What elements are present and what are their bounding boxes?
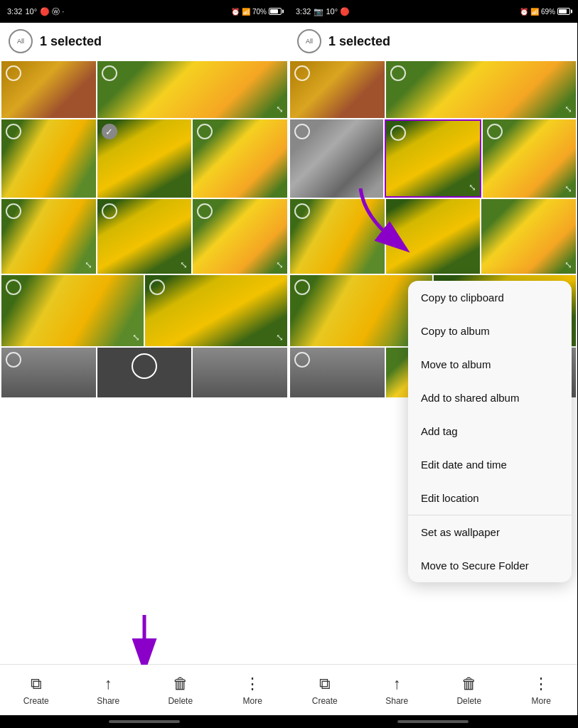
photo-cell-r1b[interactable]: ⤡ — [386, 61, 576, 118]
select-3a[interactable] — [6, 203, 21, 219]
photo-cell-1b[interactable]: ⤡ — [97, 61, 287, 118]
grid-row-2: ✓ — [1, 119, 287, 198]
more-label-left: More — [243, 696, 262, 706]
bottom-nav-right: ⧉ Create ↑ Share 🗑 Delete ⋮ More — [289, 664, 577, 715]
menu-move-album[interactable]: Move to album — [408, 348, 572, 381]
wifi-icon-r: 📶 — [530, 8, 539, 16]
grid-row-r1: ⤡ — [290, 61, 576, 118]
all-circle-right[interactable]: All — [297, 29, 321, 53]
create-icon-right: ⧉ — [319, 675, 331, 693]
expand-3c: ⤡ — [276, 259, 284, 270]
select-r1a[interactable] — [294, 65, 310, 81]
expand-3b: ⤡ — [180, 259, 188, 270]
select-3b[interactable] — [102, 203, 117, 219]
menu-set-wallpaper[interactable]: Set as wallpaper — [408, 515, 572, 549]
select-2c[interactable] — [197, 124, 213, 139]
selected-count-left: 1 selected — [40, 34, 102, 49]
photo-cell-r5a[interactable] — [290, 348, 385, 397]
photo-cell-r3a[interactable] — [290, 199, 385, 274]
temp-left: 10° — [25, 7, 37, 16]
select-2a[interactable] — [6, 124, 21, 139]
home-indicator-left — [0, 715, 289, 728]
select-r4a[interactable] — [294, 279, 310, 295]
expand-r1b: ⤡ — [564, 104, 572, 114]
photo-cell-r1a[interactable] — [290, 61, 385, 118]
nav-share-left[interactable]: ↑ Share — [83, 675, 133, 706]
menu-secure-folder[interactable]: Move to Secure Folder — [408, 549, 572, 582]
photo-cell-5a[interactable] — [1, 348, 96, 397]
context-menu: Copy to clipboard Copy to album Move to … — [408, 281, 572, 582]
nav-more-left[interactable]: ⋮ More — [228, 675, 277, 706]
selected-count-right: 1 selected — [328, 34, 390, 49]
photo-cell-r3b[interactable] — [386, 199, 481, 274]
photo-cell-3b[interactable]: ⤡ — [97, 199, 192, 274]
photo-cell-4b[interactable]: ⤡ — [145, 275, 287, 346]
select-2b[interactable]: ✓ — [102, 124, 117, 139]
select-5b-circle[interactable] — [132, 353, 157, 379]
select-5a[interactable] — [6, 352, 21, 368]
time-right: 3:32 — [296, 7, 311, 16]
expand-r3c: ⤡ — [564, 259, 572, 270]
menu-copy-album[interactable]: Copy to album — [408, 314, 572, 348]
photo-cell-4a[interactable]: ⤡ — [1, 275, 144, 346]
photo-cell-2c[interactable] — [193, 119, 287, 198]
battery-right: 69% — [541, 8, 555, 16]
photo-cell-2b[interactable]: ✓ — [97, 119, 192, 198]
menu-edit-location[interactable]: Edit location — [408, 481, 572, 515]
share-label-left: Share — [97, 696, 119, 706]
select-r5a[interactable] — [294, 352, 310, 368]
more-label-right: More — [532, 696, 551, 706]
grid-row-r2: ⤡ ⤡ — [290, 119, 576, 198]
menu-add-shared[interactable]: Add to shared album — [408, 381, 572, 414]
expand-3a: ⤡ — [85, 259, 92, 270]
share-icon-left: ↑ — [105, 675, 112, 693]
photo-cell-1a[interactable] — [1, 61, 96, 118]
bottom-nav-left: ⧉ Create ↑ Share 🗑 Delete ⋮ More — [0, 664, 289, 715]
menu-edit-date[interactable]: Edit date and time — [408, 448, 572, 481]
photo-cell-2a[interactable] — [1, 119, 96, 198]
photo-cell-r3c[interactable]: ⤡ — [481, 199, 576, 274]
right-panel: 3:32 📷 10° 🔴 ⏰ 📶 69% All 1 selected ⤡ — [289, 0, 577, 728]
nav-create-left[interactable]: ⧉ Create — [11, 675, 61, 706]
expand-4a: ⤡ — [132, 332, 140, 343]
photo-cell-r2c[interactable]: ⤡ — [483, 119, 576, 198]
create-label-left: Create — [23, 696, 49, 706]
select-1b[interactable] — [102, 65, 117, 81]
expand-4b: ⤡ — [276, 332, 284, 343]
select-r2b[interactable] — [390, 125, 406, 141]
expand-1b: ⤡ — [276, 104, 284, 114]
all-circle-left[interactable]: All — [9, 29, 33, 53]
time-left: 3:32 — [7, 7, 22, 16]
select-1a[interactable] — [6, 65, 21, 81]
menu-add-tag[interactable]: Add tag — [408, 414, 572, 448]
nav-share-right[interactable]: ↑ Share — [372, 675, 422, 706]
nav-delete-left[interactable]: 🗑 Delete — [156, 675, 205, 706]
photo-cell-r2b[interactable]: ⤡ — [385, 119, 481, 198]
wifi-icon: 📶 — [242, 8, 250, 16]
delete-label-right: Delete — [456, 696, 481, 706]
select-r2c[interactable] — [487, 124, 503, 139]
delete-icon-right: 🗑 — [461, 675, 477, 693]
notif-icons-right: 📷 10° 🔴 — [314, 7, 350, 16]
photo-cell-3c[interactable]: ⤡ — [193, 199, 287, 274]
photo-cell-5b[interactable] — [97, 348, 192, 397]
status-bar-left: 3:32 10° 🔴 ⓦ · ⏰ 📶 70% — [0, 0, 289, 23]
select-4b[interactable] — [149, 279, 165, 295]
create-label-right: Create — [312, 696, 338, 706]
menu-copy-clipboard[interactable]: Copy to clipboard — [408, 281, 572, 314]
select-3c[interactable] — [197, 203, 213, 219]
photo-cell-3a[interactable]: ⤡ — [1, 199, 96, 274]
nav-create-right[interactable]: ⧉ Create — [300, 675, 350, 706]
notif-icons-left: 🔴 ⓦ · — [40, 6, 64, 17]
select-r1b[interactable] — [390, 65, 406, 81]
select-r3a[interactable] — [294, 203, 310, 219]
share-icon-right: ↑ — [393, 675, 401, 693]
nav-delete-right[interactable]: 🗑 Delete — [444, 675, 494, 706]
photo-cell-5c[interactable] — [193, 348, 287, 397]
nav-more-right[interactable]: ⋮ More — [516, 675, 566, 706]
photo-cell-r2a[interactable] — [290, 119, 383, 198]
select-4a[interactable] — [6, 279, 21, 295]
select-r2a[interactable] — [294, 124, 310, 139]
grid-row-4: ⤡ ⤡ — [1, 275, 287, 346]
alarm-icon-r: ⏰ — [520, 8, 528, 16]
